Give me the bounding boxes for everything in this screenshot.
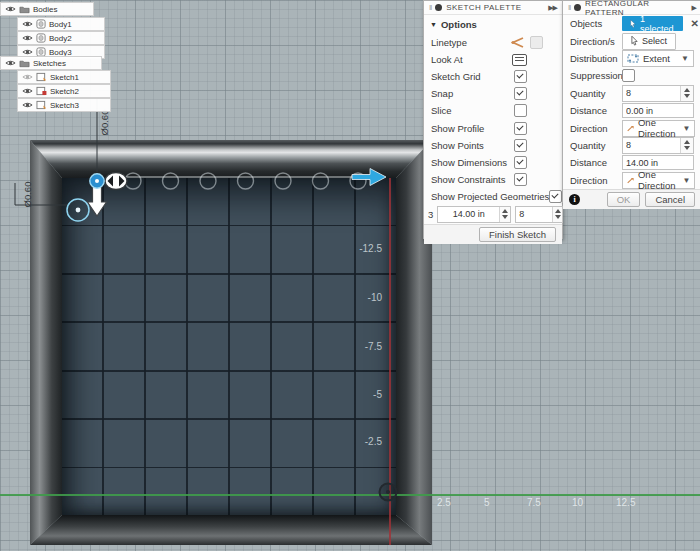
distribution-dropdown[interactable]: Extent ▼ xyxy=(622,50,694,67)
spinner-icon[interactable] xyxy=(552,207,562,222)
directions-select-label: Select xyxy=(642,36,667,46)
directions-select-button[interactable]: Select xyxy=(622,33,676,50)
eye-icon[interactable] xyxy=(22,87,33,95)
sketch-palette-titlebar[interactable]: ‖ SKETCH PALETTE ▶▶ xyxy=(424,1,562,15)
info-icon[interactable]: i xyxy=(569,194,580,205)
frame-left-rail[interactable] xyxy=(30,140,62,545)
flip-direction-icon[interactable] xyxy=(105,173,127,190)
linetype-normal-icon[interactable] xyxy=(530,36,543,49)
sketch-label: Sketch3 xyxy=(50,101,79,110)
sketch-grid-checkbox[interactable] xyxy=(514,70,527,83)
eye-icon[interactable] xyxy=(5,5,16,13)
suppression-checkbox[interactable] xyxy=(622,69,635,82)
browser-item-sketch3[interactable]: Sketch3 xyxy=(17,98,111,112)
objects-selected-label: 1 selected xyxy=(640,14,675,34)
row-label: Sketch Grid xyxy=(431,71,481,82)
rectangular-pattern-titlebar[interactable]: ‖ RECTANGULAR PATTERN ▶ xyxy=(563,1,700,15)
sketch-circle-selected[interactable] xyxy=(67,199,89,221)
sketch-grid-panel[interactable] xyxy=(62,178,396,515)
sketch-palette-footer: Finish Sketch xyxy=(424,224,562,244)
dimension-label-left[interactable]: Ø0.60 xyxy=(22,178,33,212)
pattern-row-quantity1: Quantity xyxy=(563,85,700,102)
eye-icon[interactable] xyxy=(22,34,33,42)
direction2-dropdown[interactable]: One Direction ▼ xyxy=(622,172,695,189)
drag-grip-icon[interactable]: ‖ xyxy=(429,3,431,12)
finish-sketch-button[interactable]: Finish Sketch xyxy=(479,227,556,242)
row-label: Distance xyxy=(570,157,622,168)
selected-sketch-point[interactable] xyxy=(90,174,104,188)
browser-item-body2[interactable]: Body2 xyxy=(17,31,105,45)
y-tick-label: -12.5 xyxy=(352,243,382,254)
eye-icon[interactable] xyxy=(22,73,33,81)
folder-label: Sketches xyxy=(33,59,66,68)
direction2-value: One Direction xyxy=(638,169,679,191)
palette-row-show-constraints: Show Constraints xyxy=(424,171,562,188)
sketch-label: Sketch1 xyxy=(50,73,79,82)
row-label: Direction xyxy=(570,123,622,134)
distribution-value: Extent xyxy=(643,53,670,64)
row-label: Distribution xyxy=(570,53,622,64)
row-label: Slice xyxy=(431,105,452,116)
browser-item-body1[interactable]: Body1 xyxy=(17,17,105,31)
pattern-row-distance2: Distance xyxy=(563,154,700,171)
sketch-circle-origin[interactable] xyxy=(380,484,397,501)
drag-grip-icon[interactable]: ‖ xyxy=(568,3,570,12)
look-at-icon[interactable] xyxy=(512,54,527,66)
collapse-chevrons-icon[interactable]: ▶ xyxy=(692,4,696,12)
row-label: Direction/s xyxy=(570,36,622,47)
pattern-row-distance1: Distance xyxy=(563,102,700,119)
one-direction-icon xyxy=(627,176,634,185)
one-direction-icon xyxy=(627,124,634,133)
spinner-icon[interactable] xyxy=(499,207,510,222)
show-points-checkbox[interactable] xyxy=(514,139,527,152)
slice-checkbox[interactable] xyxy=(514,104,527,117)
pattern-row-directions: Direction/s Select xyxy=(563,32,700,49)
row-label: Look At xyxy=(431,54,463,65)
objects-selected-button[interactable]: 1 selected xyxy=(622,16,683,31)
deselect-x-icon[interactable]: ✕ xyxy=(691,18,699,29)
show-projected-geometries-checkbox[interactable] xyxy=(549,190,562,203)
chevron-down-icon: ▼ xyxy=(681,54,689,63)
row-label: Suppression xyxy=(570,70,622,81)
spinner-icon[interactable] xyxy=(680,86,693,101)
direction1-dropdown[interactable]: One Direction ▼ xyxy=(622,120,695,137)
row-label: Show Constraints xyxy=(431,174,505,185)
x-axis-line xyxy=(0,494,700,496)
palette-row-lookat: Look At xyxy=(424,51,562,68)
body-icon xyxy=(36,33,46,43)
eye-icon[interactable] xyxy=(5,59,16,67)
eye-icon[interactable] xyxy=(22,48,33,56)
collapse-chevrons-icon[interactable]: ▶▶ xyxy=(548,4,557,12)
row-label: Quantity xyxy=(570,140,622,151)
inline-distance-input[interactable] xyxy=(438,208,499,221)
snap-checkbox[interactable] xyxy=(514,87,527,100)
cancel-button[interactable]: Cancel xyxy=(645,192,695,207)
options-section-header[interactable]: ▼ Options xyxy=(424,15,562,34)
palette-row-show-projected: Show Projected Geometries xyxy=(424,188,562,205)
quantity2-input[interactable] xyxy=(623,139,680,152)
frame-bottom-rail[interactable] xyxy=(30,515,432,545)
browser-item-sketch2[interactable]: Sketch2 xyxy=(17,84,111,98)
spinner-icon[interactable] xyxy=(680,138,693,153)
distance1-input[interactable] xyxy=(622,103,694,118)
show-dimensions-checkbox[interactable] xyxy=(514,156,527,169)
eye-icon[interactable] xyxy=(22,20,33,28)
browser-item-sketch1[interactable]: Sketch1 xyxy=(17,70,111,84)
ok-button[interactable]: OK xyxy=(607,192,641,207)
show-constraints-checkbox[interactable] xyxy=(514,173,527,186)
quantity1-input[interactable] xyxy=(623,87,680,100)
distance2-input[interactable] xyxy=(622,155,694,170)
body-icon xyxy=(36,19,46,29)
show-profile-checkbox[interactable] xyxy=(514,122,527,135)
pattern-row-distribution: Distribution Extent ▼ xyxy=(563,50,700,67)
folder-label: Bodies xyxy=(33,5,57,14)
browser-folder-sketches[interactable]: Sketches xyxy=(0,56,102,70)
linetype-construction-icon[interactable] xyxy=(510,37,524,48)
row-label: Quantity xyxy=(570,88,622,99)
browser-folder-bodies[interactable]: Bodies xyxy=(0,2,94,16)
inline-quantity-input[interactable] xyxy=(516,208,552,221)
row-label: Objects xyxy=(570,18,622,29)
eye-icon[interactable] xyxy=(22,101,33,109)
sketch-label: Sketch2 xyxy=(50,87,79,96)
x-tick-label: 2.5 xyxy=(437,497,451,508)
